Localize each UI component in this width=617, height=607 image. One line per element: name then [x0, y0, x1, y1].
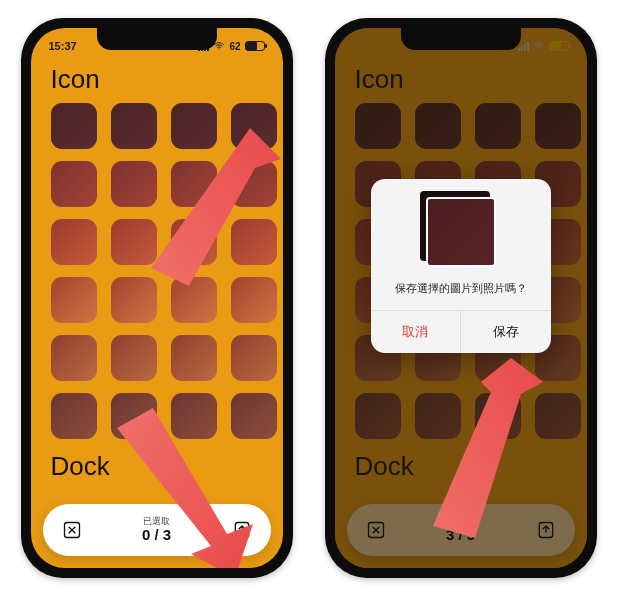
app-icon[interactable]	[231, 277, 277, 323]
app-icon[interactable]	[51, 161, 97, 207]
notch	[401, 28, 521, 50]
save-button[interactable]: 保存	[460, 311, 551, 353]
close-icon[interactable]	[61, 519, 83, 541]
app-icon[interactable]	[111, 335, 157, 381]
app-icon[interactable]	[171, 161, 217, 207]
battery-text: 62	[229, 41, 240, 52]
battery-icon	[245, 41, 265, 51]
bottom-bar: 已選取 0 / 3	[43, 504, 271, 556]
section-title-icon: Icon	[31, 58, 283, 99]
status-time: 15:37	[49, 40, 77, 52]
app-icon[interactable]	[51, 219, 97, 265]
cancel-button[interactable]: 取消	[371, 311, 461, 353]
app-icon[interactable]	[111, 219, 157, 265]
app-icon[interactable]	[51, 393, 97, 439]
phone-left: 15:37 62 Icon	[21, 18, 293, 578]
app-icon[interactable]	[231, 103, 277, 149]
app-icon[interactable]	[171, 103, 217, 149]
app-icon[interactable]	[111, 161, 157, 207]
save-icon[interactable]	[231, 519, 253, 541]
app-icon[interactable]	[231, 335, 277, 381]
app-icon[interactable]	[111, 393, 157, 439]
dialog-message: 保存選擇的圖片到照片嗎？	[385, 281, 537, 296]
notch	[97, 28, 217, 50]
save-icon[interactable]	[535, 519, 557, 541]
phone-right: Icon	[325, 18, 597, 578]
app-icon[interactable]	[171, 335, 217, 381]
app-icon[interactable]	[111, 103, 157, 149]
app-icon[interactable]	[51, 277, 97, 323]
app-icon[interactable]	[111, 277, 157, 323]
selected-count: 3 / 3	[446, 527, 475, 544]
dialog-thumbnail	[426, 197, 496, 267]
save-dialog: 保存選擇的圖片到照片嗎？ 取消 保存	[371, 179, 551, 353]
selected-count: 0 / 3	[142, 527, 171, 544]
section-title-dock: Dock	[31, 447, 283, 486]
app-icon[interactable]	[171, 277, 217, 323]
app-icon[interactable]	[51, 335, 97, 381]
icon-grid	[31, 99, 283, 447]
close-icon[interactable]	[365, 519, 387, 541]
app-icon[interactable]	[231, 393, 277, 439]
app-icon[interactable]	[171, 393, 217, 439]
app-icon[interactable]	[231, 219, 277, 265]
app-icon[interactable]	[231, 161, 277, 207]
app-icon[interactable]	[171, 219, 217, 265]
bottom-bar: 已選取 3 / 3	[347, 504, 575, 556]
app-icon[interactable]	[51, 103, 97, 149]
